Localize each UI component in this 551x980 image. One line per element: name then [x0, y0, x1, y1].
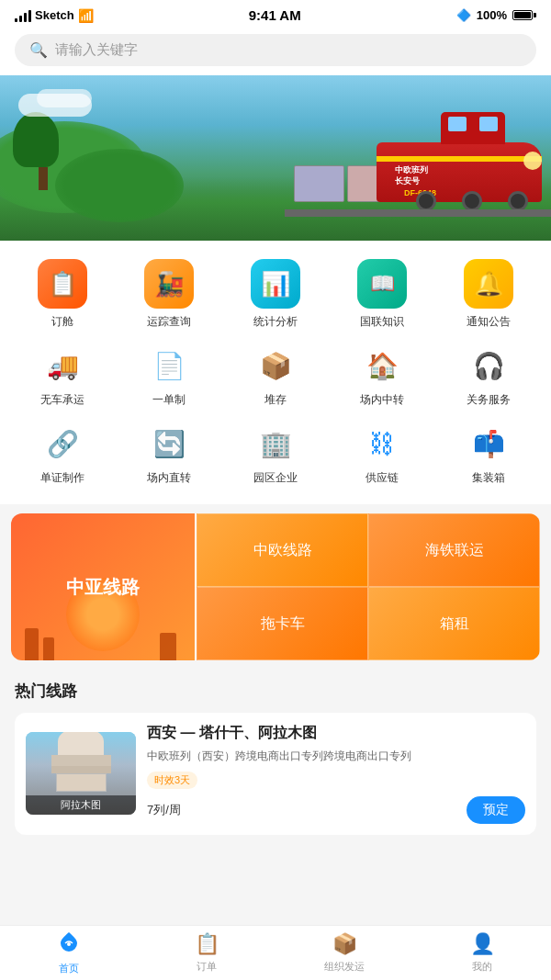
route-tags: 时效3天 — [147, 772, 525, 789]
transit-label: 场内中转 — [360, 392, 404, 408]
search-bar: 🔍 请输入关键字 — [0, 27, 551, 75]
route-name: 西安 — 塔什干、阿拉木图 — [147, 724, 525, 743]
icon-docs[interactable]: 🔗 单证制作 — [17, 422, 108, 486]
sub-icons-row-1: 🚚 无车承运 📄 一单制 📦 堆存 🏠 场内中转 🎧 关务服务 — [0, 341, 551, 419]
status-right: 🔷 100% — [456, 8, 536, 22]
docs-icon: 🔗 — [41, 422, 84, 465]
nav-dispatch-label: 组织发运 — [324, 960, 365, 974]
nav-mine-label: 我的 — [472, 960, 492, 974]
route-zhongou-label: 中欧线路 — [253, 541, 312, 560]
sub-icons-row-2: 🔗 单证制作 🔄 场内直转 🏢 园区企业 ⛓ 供应链 📫 集装箱 — [0, 419, 551, 497]
thumb-label: 阿拉木图 — [26, 795, 136, 815]
hot-routes-section: 热门线路 阿拉木图 西安 — 塔什干、阿拉木图 中欧班列（西安）跨境电商出口专列… — [0, 670, 551, 846]
notice-icon-box: 🔔 — [464, 259, 513, 309]
stats-icon-box: 📊 — [251, 259, 300, 309]
route-zhongou[interactable]: 中欧线路 — [197, 513, 368, 587]
supply-label: 供应链 — [365, 470, 399, 486]
hot-routes-title: 热门线路 — [15, 681, 536, 702]
battery-icon — [512, 10, 536, 20]
search-input-container[interactable]: 🔍 请输入关键字 — [15, 34, 536, 66]
route-xiangzu-label: 箱租 — [440, 614, 469, 634]
notice-label: 通知公告 — [467, 314, 511, 330]
route-tuokaoche[interactable]: 拖卡车 — [197, 587, 368, 660]
icon-supply[interactable]: ⛓ 供应链 — [336, 422, 428, 486]
trucking-icon: 🚚 — [41, 344, 84, 387]
icon-direct[interactable]: 🔄 场内直转 — [123, 422, 215, 486]
time-tag: 时效3天 — [147, 772, 197, 789]
search-placeholder: 请输入关键字 — [55, 41, 138, 59]
nav-dispatch[interactable]: 📦 组织发运 — [276, 926, 413, 980]
route-featured[interactable]: 中亚线路 — [11, 513, 195, 660]
dispatch-icon: 📦 — [332, 932, 357, 956]
train-image: 中欧班列长安号 DF-6048 — [340, 112, 542, 222]
icon-single[interactable]: 📄 一单制 — [123, 344, 215, 408]
route-cards: 中亚线路 中欧线路 海铁联运 拖卡车 箱租 — [11, 513, 540, 660]
svg-point-0 — [67, 942, 71, 946]
icon-knowledge[interactable]: 📖 国联知识 — [336, 259, 428, 330]
route-tuokaoche-label: 拖卡车 — [261, 614, 305, 634]
icon-stats[interactable]: 📊 统计分析 — [230, 259, 321, 330]
supply-icon: ⛓ — [361, 422, 403, 465]
route-haitie[interactable]: 海铁联运 — [368, 513, 540, 587]
route-item: 阿拉木图 西安 — 塔什干、阿拉木图 中欧班列（西安）跨境电商出口专列跨境电商出… — [15, 713, 536, 835]
nav-orders[interactable]: 📋 订单 — [138, 926, 276, 980]
container-label: 集装箱 — [472, 470, 505, 486]
direct-label: 场内直转 — [147, 470, 191, 486]
park-icon: 🏢 — [254, 422, 297, 465]
icon-tracking[interactable]: 🚂 运踪查询 — [123, 259, 215, 330]
customs-label: 关务服务 — [467, 392, 511, 408]
route-right-grid: 中欧线路 海铁联运 拖卡车 箱租 — [195, 513, 540, 660]
bluetooth-icon: 🔷 — [456, 8, 471, 22]
icons-section: 📋 订舱 🚂 运踪查询 📊 统计分析 📖 国联知识 🔔 通知公告 🚚 无车承运 … — [0, 241, 551, 504]
icon-customs[interactable]: 🎧 关务服务 — [443, 344, 534, 408]
icon-booking[interactable]: 📋 订舱 — [17, 259, 108, 330]
icon-transit[interactable]: 🏠 场内中转 — [336, 344, 428, 408]
nav-orders-label: 订单 — [197, 960, 217, 974]
route-desc: 中欧班列（西安）跨境电商出口专列跨境电商出口专列 — [147, 749, 525, 764]
route-xiangzu[interactable]: 箱租 — [368, 587, 540, 660]
nav-mine[interactable]: 👤 我的 — [413, 926, 551, 980]
freq-unit: 列/周 — [153, 803, 181, 817]
park-label: 园区企业 — [253, 470, 298, 486]
storage-icon: 📦 — [254, 344, 297, 387]
route-featured-label: 中亚线路 — [66, 575, 140, 600]
trucking-label: 无车承运 — [40, 392, 84, 408]
direct-icon: 🔄 — [148, 422, 190, 465]
icon-notice[interactable]: 🔔 通知公告 — [443, 259, 534, 330]
icon-park[interactable]: 🏢 园区企业 — [230, 422, 321, 486]
icon-container[interactable]: 📫 集装箱 — [443, 422, 534, 486]
storage-label: 堆存 — [264, 392, 287, 408]
nav-home-label: 首页 — [59, 962, 79, 975]
icon-storage[interactable]: 📦 堆存 — [230, 344, 321, 408]
tracking-label: 运踪查询 — [147, 314, 191, 330]
booking-label: 订舱 — [51, 314, 73, 330]
book-button[interactable]: 预定 — [467, 796, 525, 824]
signal-icon — [15, 9, 31, 22]
single-label: 一单制 — [152, 392, 186, 408]
carrier-label: Sketch — [35, 8, 74, 22]
route-thumbnail: 阿拉木图 — [26, 732, 136, 815]
knowledge-icon-box: 📖 — [357, 259, 407, 309]
status-left: Sketch 📶 — [15, 8, 94, 23]
bottom-nav: 首页 📋 订单 📦 组织发运 👤 我的 — [0, 925, 551, 980]
booking-icon-box: 📋 — [38, 259, 87, 309]
nav-home[interactable]: 首页 — [0, 926, 138, 980]
home-icon — [58, 930, 80, 958]
battery-label: 100% — [477, 8, 507, 22]
route-frequency: 7列/周 — [147, 802, 181, 818]
single-icon: 📄 — [148, 344, 190, 387]
clock: 9:41 AM — [249, 7, 301, 23]
orders-icon: 📋 — [195, 932, 219, 956]
docs-label: 单证制作 — [40, 470, 84, 486]
wifi-icon: 📶 — [78, 8, 94, 23]
route-haitie-label: 海铁联运 — [425, 541, 484, 560]
route-info: 西安 — 塔什干、阿拉木图 中欧班列（西安）跨境电商出口专列跨境电商出口专列 时… — [147, 724, 525, 824]
search-icon: 🔍 — [29, 41, 48, 59]
transit-icon: 🏠 — [361, 344, 403, 387]
container-icon: 📫 — [467, 422, 510, 465]
customs-icon: 🎧 — [467, 344, 510, 387]
hero-banner: 中欧班列长安号 DF-6048 — [0, 75, 551, 241]
icon-trucking[interactable]: 🚚 无车承运 — [17, 344, 108, 408]
tracking-icon-box: 🚂 — [144, 259, 194, 309]
status-bar: Sketch 📶 9:41 AM 🔷 100% — [0, 0, 551, 27]
